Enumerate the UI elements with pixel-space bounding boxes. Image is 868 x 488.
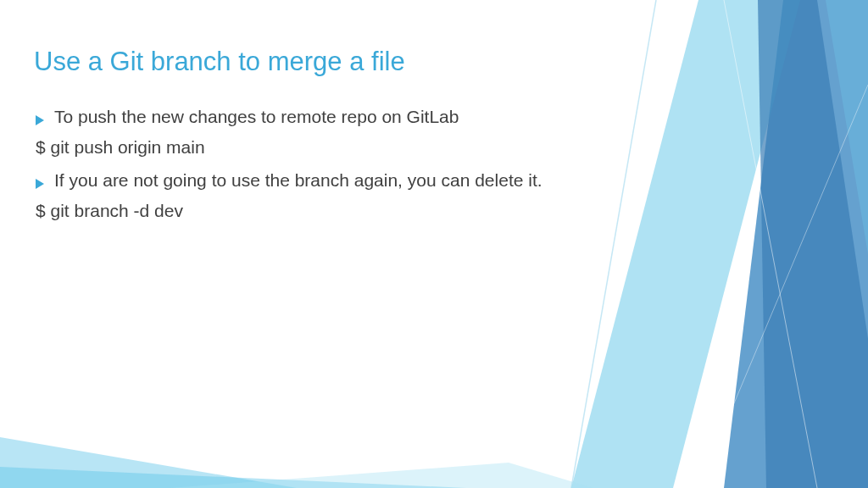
slide-content: To push the new changes to remote repo o…: [34, 104, 834, 225]
bullet-arrow-icon: [34, 108, 46, 133]
bullet-item: To push the new changes to remote repo o…: [34, 104, 834, 133]
svg-marker-10: [36, 115, 44, 125]
svg-marker-7: [0, 437, 297, 488]
slide-title: Use a Git branch to merge a file: [34, 47, 834, 77]
svg-marker-9: [170, 463, 593, 488]
decorative-bottom-triangles: [0, 386, 868, 488]
bullet-text: If you are not going to use the branch a…: [54, 168, 834, 193]
bullet-text: To push the new changes to remote repo o…: [54, 104, 834, 130]
bullet-item: If you are not going to use the branch a…: [34, 168, 834, 197]
bullet-arrow-icon: [34, 171, 46, 197]
command-text: $ git push origin main: [34, 135, 834, 160]
slide-container: Use a Git branch to merge a file To push…: [0, 0, 868, 488]
svg-marker-8: [0, 467, 466, 488]
svg-marker-11: [36, 179, 44, 189]
command-text: $ git branch -d dev: [34, 198, 834, 224]
